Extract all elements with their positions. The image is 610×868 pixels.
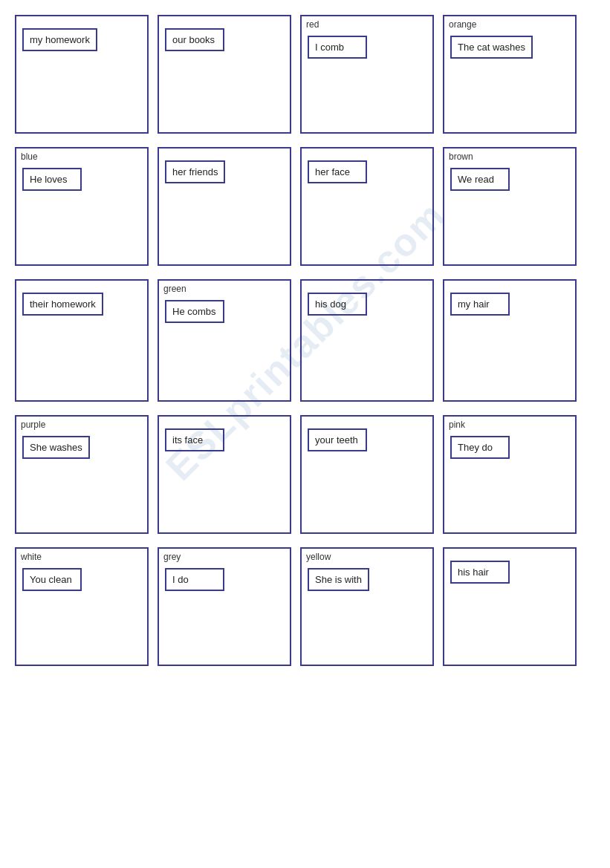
- card-text-card-1-3: I comb: [308, 36, 367, 59]
- card-card-4-2: its face: [158, 415, 291, 534]
- card-text-card-2-4: We read: [450, 168, 510, 191]
- card-card-2-1: blueHe loves: [15, 147, 149, 266]
- card-text-card-4-1: She washes: [22, 436, 90, 459]
- card-card-2-3: her face: [300, 147, 434, 266]
- card-text-card-5-4: his hair: [450, 561, 510, 584]
- card-card-1-1: my homework: [15, 15, 149, 134]
- card-color-label-card-3-2: green: [163, 284, 186, 294]
- card-color-label-card-2-1: blue: [21, 151, 38, 162]
- card-color-label-card-5-3: yellow: [306, 552, 331, 562]
- card-card-1-4: orangeThe cat washes: [443, 15, 577, 134]
- card-color-label-card-1-3: red: [306, 19, 319, 30]
- card-row-2: blueHe lovesher friendsher facebrownWe r…: [15, 147, 595, 266]
- card-row-3: their homeworkgreenHe combshis dogmy hai…: [15, 279, 595, 402]
- card-card-5-3: yellowShe is with: [300, 547, 434, 666]
- card-text-card-1-1: my homework: [22, 28, 97, 51]
- card-card-1-2: our books: [158, 15, 291, 134]
- card-color-label-card-4-1: purple: [21, 420, 45, 430]
- card-card-3-2: greenHe combs: [158, 279, 291, 402]
- card-card-3-3: his dog: [300, 279, 434, 402]
- card-card-2-2: her friends: [158, 147, 291, 266]
- card-text-card-1-4: The cat washes: [450, 36, 533, 59]
- card-text-card-3-2: He combs: [165, 300, 224, 323]
- card-text-card-4-2: its face: [165, 428, 224, 451]
- card-card-5-4: his hair: [443, 547, 577, 666]
- card-text-card-4-3: your teeth: [308, 428, 367, 451]
- card-text-card-2-1: He loves: [22, 168, 82, 191]
- card-text-card-2-3: her face: [308, 160, 367, 183]
- card-card-5-1: whiteYou clean: [15, 547, 149, 666]
- card-text-card-3-4: my hair: [450, 293, 510, 316]
- card-card-5-2: greyI do: [158, 547, 291, 666]
- card-text-card-2-2: her friends: [165, 160, 225, 183]
- card-color-label-card-4-4: pink: [449, 420, 465, 430]
- card-text-card-5-3: She is with: [308, 568, 369, 591]
- card-card-3-1: their homework: [15, 279, 149, 402]
- card-card-4-1: purpleShe washes: [15, 415, 149, 534]
- card-card-4-4: pinkThey do: [443, 415, 577, 534]
- card-text-card-3-1: their homework: [22, 293, 103, 316]
- card-row-5: whiteYou cleangreyI doyellowShe is withh…: [15, 547, 595, 666]
- card-color-label-card-1-4: orange: [449, 19, 476, 30]
- card-row-1: my homeworkour booksredI comborangeThe c…: [15, 15, 595, 134]
- card-color-label-card-5-1: white: [21, 552, 42, 562]
- card-color-label-card-2-4: brown: [449, 151, 473, 162]
- card-text-card-5-1: You clean: [22, 568, 82, 591]
- card-row-4: purpleShe washesits faceyour teethpinkTh…: [15, 415, 595, 534]
- card-text-card-1-2: our books: [165, 28, 224, 51]
- card-text-card-5-2: I do: [165, 568, 224, 591]
- card-card-4-3: your teeth: [300, 415, 434, 534]
- card-card-3-4: my hair: [443, 279, 577, 402]
- card-color-label-card-5-2: grey: [163, 552, 181, 562]
- card-text-card-3-3: his dog: [308, 293, 367, 316]
- main-content: ESLprintables.com my homeworkour booksre…: [15, 15, 595, 666]
- card-card-1-3: redI comb: [300, 15, 434, 134]
- card-card-2-4: brownWe read: [443, 147, 577, 266]
- card-text-card-4-4: They do: [450, 436, 510, 459]
